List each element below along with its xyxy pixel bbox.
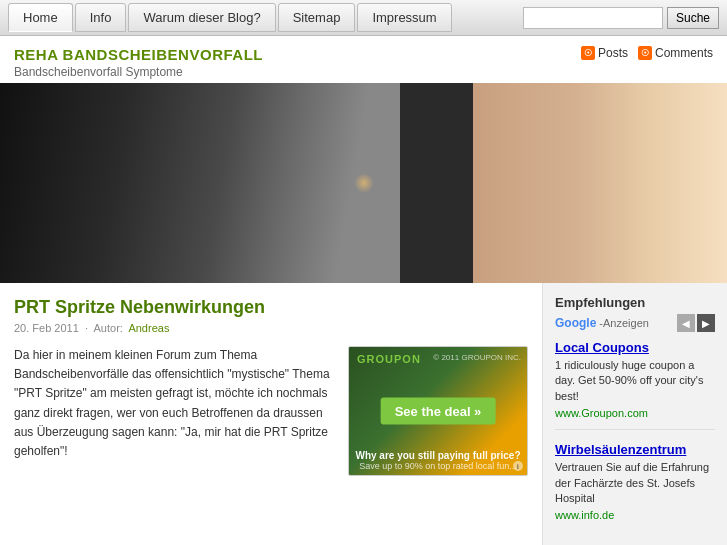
- content-wrap: PRT Spritze Nebenwirkungen 20. Feb 2011 …: [0, 283, 727, 545]
- search-button[interactable]: Suche: [667, 7, 719, 29]
- sidebar-ad-1-text: 1 ridiculously huge coupon a day. Get 50…: [555, 358, 715, 404]
- sidebar-ad-1-url[interactable]: www.Groupon.com: [555, 407, 715, 419]
- search-input[interactable]: [523, 7, 663, 29]
- sidebar-ad-2-title[interactable]: Wirbelsäulenzentrum: [555, 442, 715, 457]
- rss-icon: ☉: [581, 46, 595, 60]
- posts-feed-label: Posts: [598, 46, 628, 60]
- nav-tab-warum[interactable]: Warum dieser Blog?: [128, 3, 275, 32]
- sidebar: Empfehlungen Google-Anzeigen ◀ ▶ Local C…: [542, 283, 727, 545]
- touch-point: [354, 173, 374, 193]
- groupon-copyright: © 2011 GROUPON INC.: [433, 353, 521, 362]
- groupon-subtitle: Why are you still paying full price?: [349, 450, 527, 461]
- navigation-bar: Home Info Warum dieser Blog? Sitemap Imp…: [0, 0, 727, 36]
- groupon-subtext: Save up to 90% on top rated local fun...: [349, 461, 527, 471]
- sidebar-ad-2-text: Vertrauen Sie auf die Erfahrung der Fach…: [555, 460, 715, 506]
- post-title: PRT Spritze Nebenwirkungen: [14, 297, 528, 318]
- groupon-logo: GROUPON: [357, 353, 421, 365]
- site-title: REHA BANDSCHEIBENVORFALL: [14, 46, 263, 63]
- comments-feed-link[interactable]: ☉ Comments: [638, 46, 713, 60]
- sidebar-nav-arrows: ◀ ▶: [677, 314, 715, 332]
- nav-tab-home[interactable]: Home: [8, 3, 73, 32]
- sidebar-ad-1-title[interactable]: Local Coupons: [555, 340, 715, 355]
- nav-tab-info[interactable]: Info: [75, 3, 127, 32]
- post-body-text: Da hier in meinem kleinen Forum zum Them…: [14, 346, 336, 476]
- site-header: REHA BANDSCHEIBENVORFALL Bandscheibenvor…: [0, 36, 727, 83]
- groupon-cta[interactable]: See the deal »: [381, 398, 496, 425]
- post-meta: 20. Feb 2011 · Autor: Andreas: [14, 322, 528, 334]
- ad-info-icon: i: [513, 461, 523, 471]
- sidebar-ad-1: Local Coupons 1 ridiculously huge coupon…: [555, 340, 715, 430]
- next-ad-button[interactable]: ▶: [697, 314, 715, 332]
- post-body-wrap: Da hier in meinem kleinen Forum zum Them…: [14, 346, 528, 476]
- rss-comments-icon: ☉: [638, 46, 652, 60]
- sidebar-ad-2-url[interactable]: www.info.de: [555, 509, 715, 521]
- search-form: Suche: [523, 7, 719, 29]
- post-date: 20. Feb 2011: [14, 322, 79, 334]
- main-content: PRT Spritze Nebenwirkungen 20. Feb 2011 …: [0, 283, 542, 545]
- site-subtitle: Bandscheibenvorfall Symptome: [14, 65, 263, 79]
- google-ads-bar: Google-Anzeigen ◀ ▶: [555, 314, 715, 332]
- posts-feed-link[interactable]: ☉ Posts: [581, 46, 628, 60]
- nav-tab-impressum[interactable]: Impressum: [357, 3, 451, 32]
- comments-feed-label: Comments: [655, 46, 713, 60]
- human-hand: [473, 83, 727, 283]
- ads-sublabel: -Anzeigen: [599, 317, 649, 329]
- robot-hand: [0, 83, 400, 283]
- site-branding: REHA BANDSCHEIBENVORFALL Bandscheibenvor…: [14, 46, 263, 79]
- post-author-link[interactable]: Andreas: [128, 322, 169, 334]
- sidebar-title: Empfehlungen: [555, 295, 715, 310]
- prev-ad-button[interactable]: ◀: [677, 314, 695, 332]
- nav-tabs: Home Info Warum dieser Blog? Sitemap Imp…: [8, 3, 523, 32]
- hero-image: [0, 83, 727, 283]
- google-g: Google: [555, 316, 596, 330]
- groupon-ad[interactable]: GROUPON © 2011 GROUPON INC. See the deal…: [348, 346, 528, 476]
- post-author-label: Autor:: [94, 322, 123, 334]
- feed-links: ☉ Posts ☉ Comments: [581, 46, 713, 60]
- post-ad-block: GROUPON © 2011 GROUPON INC. See the deal…: [348, 346, 528, 476]
- page-wrap: REHA BANDSCHEIBENVORFALL Bandscheibenvor…: [0, 36, 727, 545]
- google-ads-label: Google-Anzeigen: [555, 316, 649, 330]
- nav-tab-sitemap[interactable]: Sitemap: [278, 3, 356, 32]
- sidebar-ad-2: Wirbelsäulenzentrum Vertrauen Sie auf di…: [555, 442, 715, 531]
